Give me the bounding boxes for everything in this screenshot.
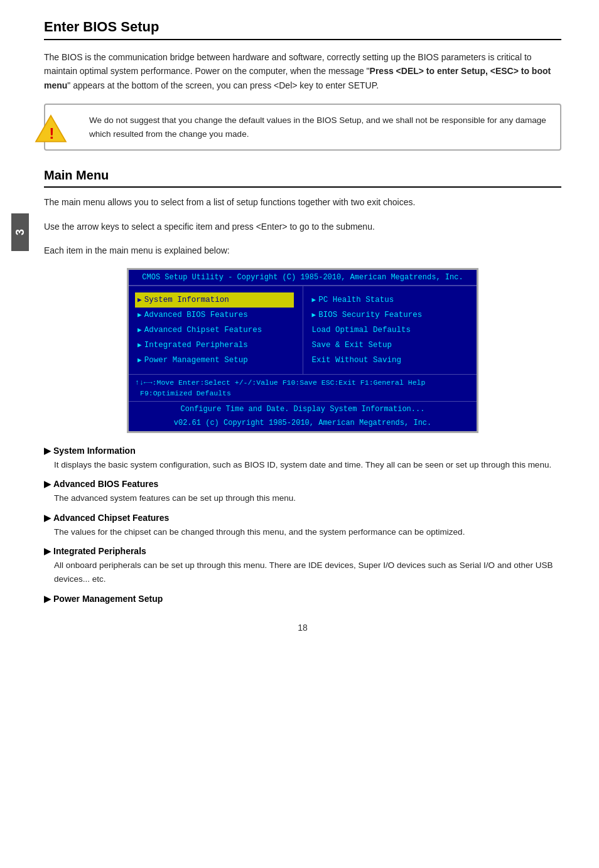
bios-title-bar: CMOS Setup Utility - Copyright (C) 1985-… [129,270,477,286]
bios-item-label-3: Advanced Chipset Features [144,326,262,335]
bios-right-column: ▶ PC Health Status ▶ BIOS Security Featu… [303,286,477,374]
bios-screen: CMOS Setup Utility - Copyright (C) 1985-… [127,268,478,433]
desc-arrow-1: ▶ [44,446,51,456]
desc-integrated: ▶ Integrated Peripherals All onboard per… [44,546,561,586]
desc-label-system-info: System Information [53,446,136,456]
main-menu-title: Main Menu [44,168,561,188]
desc-title-advanced-bios: ▶ Advanced BIOS Features [44,479,561,489]
bios-item-save-exit[interactable]: Save & Exit Setup [312,338,468,353]
desc-body-system-info: It displays the basic system configurati… [54,458,561,472]
bios-footer-f9: F9:Optimized Defaults [140,389,231,397]
bios-item-bios-security[interactable]: ▶ BIOS Security Features [312,308,468,323]
desc-label-advanced-chipset: Advanced Chipset Features [53,513,169,523]
bios-item-integrated[interactable]: ▶ Integrated Peripherals [138,338,294,353]
desc-title-advanced-chipset: ▶ Advanced Chipset Features [44,513,561,523]
descriptions-list: ▶ System Information It displays the bas… [44,446,561,604]
bios-left-column: ▶ System Information ▶ Advanced BIOS Fea… [129,286,303,374]
caution-box: CAUTION ! We do not suggest that you cha… [44,104,561,151]
bios-footer: ↑↓←→:Move Enter:Select +/-/:Value F10:Sa… [129,374,477,401]
desc-title-integrated: ▶ Integrated Peripherals [44,546,561,556]
arrow-icon-r1: ▶ [312,296,316,304]
bios-item-label-4: Integrated Peripherals [144,341,248,350]
intro-text-end: " appears at the bottom of the screen, y… [67,80,379,90]
svg-text:!: ! [49,125,54,142]
bios-item-label-1: System Information [144,296,229,304]
bios-item-label-r4: Save & Exit Setup [312,341,392,350]
bios-item-power[interactable]: ▶ Power Management Setup [138,353,294,368]
desc-arrow-3: ▶ [44,513,51,523]
desc-title-power-mgmt: ▶ Power Management Setup [44,594,561,604]
bios-item-load-defaults[interactable]: Load Optimal Defaults [312,323,468,338]
page-container: 3 Enter BIOS Setup The BIOS is the commu… [0,0,599,658]
main-menu-desc3: Each item in the main menu is explained … [44,244,561,257]
main-menu-desc2: Use the arrow keys to select a specific … [44,220,561,233]
arrow-icon-2: ▶ [138,311,142,319]
bios-footer-keys: ↑↓←→:Move Enter:Select +/-/:Value F10:Sa… [135,378,425,387]
arrow-icon-3: ▶ [138,326,142,334]
bios-version-bar: v02.61 (c) Copyright 1985-2010, American… [129,417,477,431]
bios-item-pc-health[interactable]: ▶ PC Health Status [312,292,468,308]
enter-bios-intro: The BIOS is the communication bridge bet… [44,50,561,92]
bios-item-exit-nosave[interactable]: Exit Without Saving [312,353,468,368]
desc-power-mgmt: ▶ Power Management Setup [44,594,561,604]
desc-body-integrated: All onboard peripherals can be set up th… [54,559,561,586]
arrow-icon-5: ▶ [138,356,142,364]
desc-advanced-bios: ▶ Advanced BIOS Features The advanced sy… [44,479,561,505]
desc-system-info: ▶ System Information It displays the bas… [44,446,561,472]
main-menu-desc1: The main menu allows you to select from … [44,195,561,209]
desc-label-advanced-bios: Advanced BIOS Features [53,479,158,489]
bios-item-label-2: Advanced BIOS Features [144,311,248,319]
bios-item-system-info[interactable]: ▶ System Information [135,292,294,308]
bios-item-label-r5: Exit Without Saving [312,356,402,365]
page-number: 18 [44,623,561,633]
bios-screen-wrapper: CMOS Setup Utility - Copyright (C) 1985-… [44,268,561,433]
bios-item-advanced-chipset[interactable]: ▶ Advanced Chipset Features [138,323,294,338]
caution-icon: CAUTION ! [31,111,70,150]
desc-arrow-4: ▶ [44,546,51,556]
bios-status-bar: Configure Time and Date. Display System … [129,401,477,417]
desc-advanced-chipset: ▶ Advanced Chipset Features The values f… [44,513,561,539]
desc-title-system-info: ▶ System Information [44,446,561,456]
desc-label-power-mgmt: Power Management Setup [53,594,163,604]
arrow-icon-r2: ▶ [312,311,316,319]
desc-body-advanced-bios: The advanced system features can be set … [54,491,561,505]
arrow-icon-1: ▶ [138,296,142,304]
desc-label-integrated: Integrated Peripherals [53,546,146,556]
chapter-number: 3 [11,213,29,251]
desc-arrow-2: ▶ [44,479,51,489]
desc-arrow-5: ▶ [44,594,51,604]
caution-text: We do not suggest that you change the de… [89,115,546,139]
desc-body-advanced-chipset: The values for the chipset can be change… [54,525,561,539]
bios-content: ▶ System Information ▶ Advanced BIOS Fea… [129,286,477,374]
bios-item-label-r2: BIOS Security Features [318,311,422,319]
arrow-icon-4: ▶ [138,341,142,349]
bios-item-advanced-bios[interactable]: ▶ Advanced BIOS Features [138,308,294,323]
bios-item-label-5: Power Management Setup [144,356,248,365]
bios-item-label-r3: Load Optimal Defaults [312,326,411,335]
enter-bios-title: Enter BIOS Setup [44,19,561,40]
bios-item-label-r1: PC Health Status [318,296,394,304]
